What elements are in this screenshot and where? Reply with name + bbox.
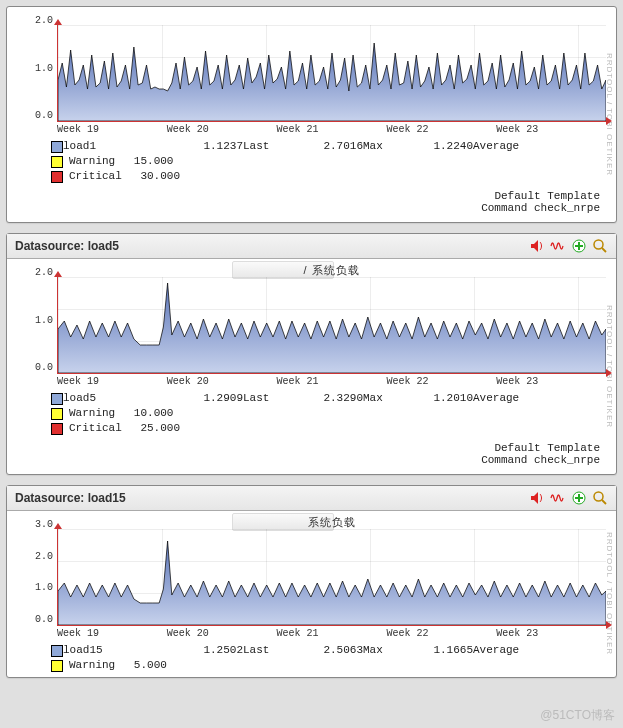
legend-warning-row: Warning 15.000 — [51, 154, 606, 169]
panel-body-load1: RRDTOOL / TOBI OETIKER 2.0 1.0 0.0 — [7, 7, 616, 222]
panel-header-load15: Datasource: load15 — [7, 486, 616, 511]
template-info-load5: Default Template Command check_nrpe — [11, 438, 612, 472]
plot-area-load15 — [57, 529, 606, 626]
xaxis-load15: Week 19 Week 20 Week 21 Week 22 Week 23 — [57, 626, 606, 639]
stat-last: 1.2502 — [173, 643, 243, 658]
series-svg-load1 — [58, 25, 606, 121]
template-info-load1: Default Template Command check_nrpe — [11, 186, 612, 220]
zoom-icon[interactable] — [592, 238, 608, 254]
svg-point-3 — [594, 492, 603, 501]
swatch-warning — [51, 156, 63, 168]
swatch-critical — [51, 171, 63, 183]
stat-max: 2.5063 — [293, 643, 363, 658]
legend-series-row: load15 1.2502 Last 2.5063 Max 1.1665 Ave… — [51, 643, 606, 658]
legend-load1: load1 1.1237 Last 2.7016 Max 1.2240 Aver… — [11, 135, 612, 186]
series-name: load15 — [63, 643, 173, 658]
panel-load5: Datasource: load5 RRDTOOL / TOBI OETIKER… — [6, 233, 617, 475]
legend-warning-row: Warning 5.000 — [51, 658, 606, 673]
panel-load15: Datasource: load15 RRDTOOL / TOBI OETIKE… — [6, 485, 617, 678]
chart-title-load15: 系统负载 — [308, 515, 356, 530]
legend-load15: load15 1.2502 Last 2.5063 Max 1.1665 Ave… — [11, 639, 612, 675]
speaker-icon[interactable] — [529, 490, 545, 506]
yaxis-load5: 2.0 1.0 0.0 — [17, 265, 57, 387]
swatch-warning — [51, 408, 63, 420]
stat-avg: 1.2010 — [403, 391, 473, 406]
panel-toolbar — [529, 490, 608, 506]
legend-warning-row: Warning 10.000 — [51, 406, 606, 421]
svg-point-1 — [594, 240, 603, 249]
add-icon[interactable] — [571, 238, 587, 254]
legend-critical-row: Critical 25.000 — [51, 421, 606, 436]
chart-title-load5: / 系统负载 — [303, 263, 359, 278]
stat-avg: 1.2240 — [403, 139, 473, 154]
xaxis-load5: Week 19 Week 20 Week 21 Week 22 Week 23 — [57, 374, 606, 387]
legend-critical-row: Critical 30.000 — [51, 169, 606, 184]
stat-avg: 1.1665 — [403, 643, 473, 658]
swatch-load1 — [51, 141, 63, 153]
zoom-icon[interactable] — [592, 490, 608, 506]
series-svg-load5 — [58, 277, 606, 373]
legend-series-row: load1 1.1237 Last 2.7016 Max 1.2240 Aver… — [51, 139, 606, 154]
panel-load1: RRDTOOL / TOBI OETIKER 2.0 1.0 0.0 — [6, 6, 617, 223]
legend-load5: load5 1.2909 Last 2.3290 Max 1.2010 Aver… — [11, 387, 612, 438]
xaxis-arrow-icon — [606, 369, 612, 377]
swatch-warning — [51, 660, 63, 672]
chart-load1: 2.0 1.0 0.0 — [17, 13, 606, 135]
series-svg-load15 — [58, 529, 606, 625]
panel-toolbar — [529, 238, 608, 254]
stat-max: 2.3290 — [293, 391, 363, 406]
plot-area-load5 — [57, 277, 606, 374]
panel-body-load15: RRDTOOL / TOBI OETIKER 3.0 2.0 1.0 0.0 系… — [7, 511, 616, 677]
xaxis-load1: Week 19 Week 20 Week 21 Week 22 Week 23 — [57, 122, 606, 135]
plot-area-load1 — [57, 25, 606, 122]
panel-header-load5: Datasource: load5 — [7, 234, 616, 259]
yaxis-load15: 3.0 2.0 1.0 0.0 — [17, 517, 57, 639]
chart-load15: 3.0 2.0 1.0 0.0 系统负载 — [17, 517, 606, 639]
swatch-load5 — [51, 393, 63, 405]
yaxis-load1: 2.0 1.0 0.0 — [17, 13, 57, 135]
xaxis-arrow-icon — [606, 117, 612, 125]
panel-title: Datasource: load15 — [15, 491, 126, 505]
speaker-icon[interactable] — [529, 238, 545, 254]
xaxis-arrow-icon — [606, 621, 612, 629]
swatch-critical — [51, 423, 63, 435]
add-icon[interactable] — [571, 490, 587, 506]
panel-title: Datasource: load5 — [15, 239, 119, 253]
stat-max: 2.7016 — [293, 139, 363, 154]
stat-last: 1.1237 — [173, 139, 243, 154]
waveform-icon[interactable] — [550, 490, 566, 506]
chart-load5: 2.0 1.0 0.0 / 系统负载 — [17, 265, 606, 387]
series-name: load1 — [63, 139, 173, 154]
series-name: load5 — [63, 391, 173, 406]
panel-body-load5: RRDTOOL / TOBI OETIKER 2.0 1.0 0.0 / 系统负… — [7, 259, 616, 474]
waveform-icon[interactable] — [550, 238, 566, 254]
legend-series-row: load5 1.2909 Last 2.3290 Max 1.2010 Aver… — [51, 391, 606, 406]
swatch-load15 — [51, 645, 63, 657]
stat-last: 1.2909 — [173, 391, 243, 406]
